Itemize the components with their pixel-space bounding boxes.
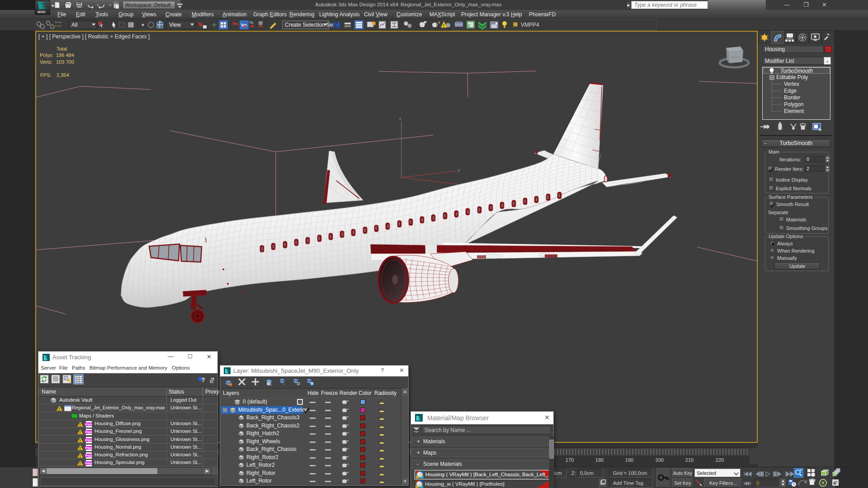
svg-text:PNG: PNG: [85, 439, 93, 442]
svg-text:MXD: MXD: [38, 10, 46, 14]
svg-text:!: !: [80, 438, 81, 443]
svg-text:200: 200: [656, 457, 664, 463]
svg-text:!: !: [80, 430, 81, 435]
svg-text:PNG: PNG: [85, 454, 93, 457]
svg-text:!: !: [80, 446, 81, 450]
svg-text:%: %: [250, 20, 253, 25]
svg-text:!: !: [80, 454, 81, 458]
svg-text:!: !: [59, 407, 60, 411]
svg-text:2: 2: [468, 23, 470, 28]
svg-text:?: ?: [201, 376, 205, 384]
svg-text:!: !: [443, 23, 444, 28]
svg-text:View: View: [169, 22, 181, 28]
svg-text:210: 210: [685, 457, 693, 463]
svg-text:PNG: PNG: [85, 462, 93, 465]
svg-text:y: y: [458, 168, 460, 172]
svg-text:FRONT: FRONT: [731, 56, 741, 59]
svg-text:PNG: PNG: [85, 423, 93, 426]
svg-text:180: 180: [595, 457, 604, 463]
svg-text:190: 190: [625, 457, 633, 463]
svg-text:z: z: [399, 117, 401, 121]
svg-text:VMPP4: VMPP4: [521, 22, 539, 28]
svg-text:PNG: PNG: [85, 446, 93, 450]
svg-text:!: !: [80, 422, 81, 427]
svg-text:220: 220: [716, 457, 724, 463]
svg-text:170: 170: [566, 457, 574, 463]
svg-text:!: !: [80, 461, 81, 466]
svg-text:PNG: PNG: [85, 431, 93, 434]
svg-text:All: All: [71, 22, 77, 28]
